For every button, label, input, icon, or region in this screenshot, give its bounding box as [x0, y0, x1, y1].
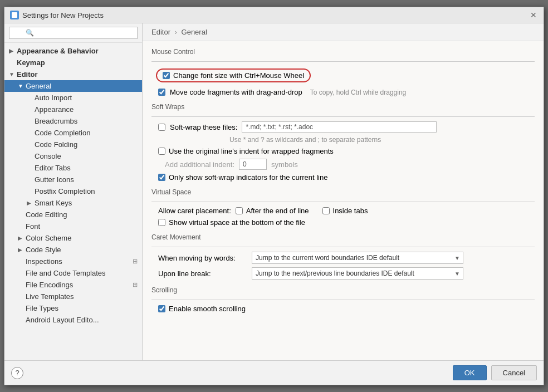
soft-wrap-input[interactable] [242, 121, 437, 133]
sidebar-item-smart-keys[interactable]: ▶ Smart Keys [4, 197, 142, 209]
sidebar-item-code-style[interactable]: ▶ Code Style [4, 244, 142, 256]
smooth-scrolling-row: Enable smooth scrolling [158, 305, 535, 313]
upon-line-label: Upon line break: [158, 270, 247, 278]
sidebar-item-appearance-behavior[interactable]: ▶ Appearance & Behavior [4, 45, 142, 57]
sidebar-item-code-folding[interactable]: Code Folding [4, 139, 142, 150]
search-input[interactable] [9, 27, 138, 39]
sidebar-item-label: Postfix Completion [35, 187, 95, 195]
sidebar-item-postfix-completion[interactable]: Postfix Completion [4, 185, 142, 197]
sidebar-item-console[interactable]: Console [4, 150, 142, 162]
sidebar-item-label: Font [26, 222, 40, 231]
sidebar-item-code-editing[interactable]: Code Editing [4, 209, 142, 220]
dialog-title: Settings for New Projects [22, 11, 104, 19]
chevron-right-icon: ▶ [9, 48, 14, 54]
change-font-label: Change font size with Ctrl+Mouse Wheel [173, 71, 304, 80]
sidebar-item-editor[interactable]: ▼ Editor [4, 68, 142, 80]
inside-tabs-group: Inside tabs [322, 207, 368, 215]
add-indent-label: Add additional indent: [165, 160, 234, 169]
chevron-placeholder [18, 212, 23, 218]
highlight-wrapper: Change font size with Ctrl+Mouse Wheel [156, 68, 311, 82]
sidebar-item-color-scheme[interactable]: ▶ Color Scheme [4, 232, 142, 244]
search-box [4, 23, 142, 43]
sidebar-item-label: File and Code Templates [26, 269, 106, 277]
change-font-checkbox[interactable] [163, 72, 170, 79]
sidebar-item-file-code-templates[interactable]: File and Code Templates [4, 267, 142, 279]
breadcrumb-part2: General [182, 28, 207, 36]
upon-line-dropdown[interactable]: Jump to the next/previous line boundarie… [252, 267, 463, 280]
only-show-row: Only show soft-wrap indicators for the c… [158, 173, 535, 182]
close-button[interactable]: ✕ [529, 11, 538, 19]
help-button[interactable]: ? [11, 367, 23, 379]
after-end-checkbox[interactable] [236, 207, 243, 214]
original-indent-row: Use the original line's indent for wrapp… [158, 147, 535, 155]
breadcrumb-arrow: › [175, 28, 179, 36]
sidebar-item-android-layout-editor[interactable]: Android Layout Edito... [4, 314, 142, 326]
move-code-checkbox[interactable] [158, 89, 165, 96]
sidebar-item-label: Code Editing [26, 210, 67, 219]
settings-tree: ▶ Appearance & Behavior Keymap ▼ Editor … [4, 43, 142, 360]
chevron-placeholder [27, 177, 32, 183]
scrolling-label: Scrolling [151, 286, 535, 294]
sidebar-item-code-completion[interactable]: Code Completion [4, 127, 142, 139]
when-moving-label: When moving by words: [158, 254, 247, 262]
smooth-scrolling-checkbox[interactable] [158, 305, 165, 312]
sidebar-item-breadcrumbs[interactable]: Breadcrumbs [4, 115, 142, 127]
sidebar-item-label: Appearance [35, 105, 74, 114]
button-group: OK Cancel [453, 365, 537, 380]
show-virtual-checkbox[interactable] [158, 219, 165, 226]
sidebar-item-general[interactable]: ▼ General [4, 80, 142, 92]
sidebar-item-appearance[interactable]: Appearance [4, 104, 142, 115]
sidebar-item-keymap[interactable]: Keymap [4, 57, 142, 68]
move-code-label: Move code fragments with drag-and-drop [170, 88, 302, 96]
sidebar-item-editor-tabs[interactable]: Editor Tabs [4, 162, 142, 174]
soft-wrap-files-label: Soft-wrap these files: [170, 123, 237, 131]
breadcrumb-part1: Editor [151, 28, 170, 36]
chevron-placeholder [18, 317, 23, 323]
inside-tabs-checkbox[interactable] [322, 207, 330, 214]
only-show-checkbox[interactable] [158, 174, 165, 181]
original-indent-checkbox[interactable] [158, 148, 165, 155]
app-icon [10, 11, 19, 19]
breadcrumb: Editor › General [143, 23, 544, 41]
sidebar-item-gutter-icons[interactable]: Gutter Icons [4, 174, 142, 185]
sidebar-item-auto-import[interactable]: Auto Import [4, 92, 142, 104]
sidebar-item-file-encodings[interactable]: File Encodings ⊞ [4, 279, 142, 291]
sidebar-item-label: Editor Tabs [35, 164, 71, 172]
sidebar-item-inspections[interactable]: Inspections ⊞ [4, 256, 142, 267]
move-code-annotation: To copy, hold Ctrl while dragging [310, 89, 407, 96]
sidebar-item-font[interactable]: Font [4, 220, 142, 232]
highlight-box: Change font size with Ctrl+Mouse Wheel [156, 68, 311, 82]
sidebar-item-label: Editor [17, 70, 38, 79]
chevron-placeholder [18, 223, 23, 229]
ok-button[interactable]: OK [453, 365, 487, 380]
soft-wrap-checkbox[interactable] [158, 124, 165, 131]
sidebar-item-label: Live Templates [26, 292, 74, 301]
when-moving-row: When moving by words: Jump to the curren… [158, 252, 535, 264]
chevron-placeholder [18, 258, 23, 264]
cancel-button[interactable]: Cancel [491, 365, 537, 380]
sidebar-item-file-types[interactable]: File Types [4, 302, 142, 314]
after-end-label: After the end of line [246, 207, 309, 215]
sidebar-item-label: Gutter Icons [35, 175, 74, 184]
allow-caret-label: Allow caret placement: [158, 207, 231, 215]
chevron-placeholder [27, 188, 32, 194]
soft-wraps-divider [151, 116, 535, 117]
sidebar-item-label: Code Folding [35, 140, 77, 149]
title-bar-left: Settings for New Projects [10, 11, 104, 19]
sidebar-item-label: Appearance & Behavior [17, 47, 99, 55]
main-panel: Editor › General Mouse Control Change fo… [143, 23, 544, 360]
chevron-right-icon: ▶ [18, 247, 23, 253]
soft-wrap-files-row: Soft-wrap these files: [158, 121, 535, 133]
upon-line-row: Upon line break: Jump to the next/previo… [158, 267, 535, 280]
search-wrap [9, 27, 138, 39]
sidebar-item-live-templates[interactable]: Live Templates [4, 291, 142, 302]
when-moving-dropdown[interactable]: Jump to the current word boundaries IDE … [252, 252, 463, 264]
chevron-placeholder [27, 118, 32, 124]
caret-movement-divider [151, 247, 535, 247]
symbols-label: symbols [271, 160, 298, 169]
chevron-placeholder [27, 141, 32, 148]
chevron-placeholder [27, 95, 32, 101]
svg-rect-0 [12, 12, 17, 18]
allow-caret-row: Allow caret placement: After the end of … [158, 207, 535, 215]
add-indent-input[interactable] [239, 159, 267, 170]
